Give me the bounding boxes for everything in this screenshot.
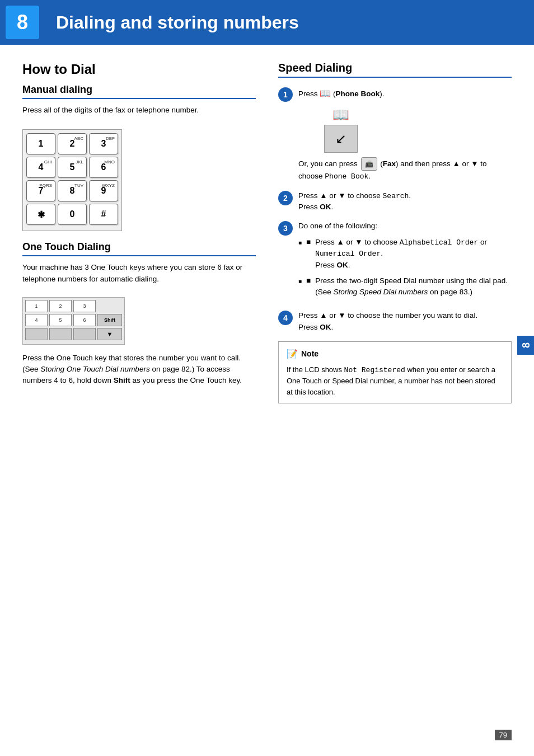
step-1-circle: 1 — [278, 87, 293, 102]
bullet-2-text: Press the two-digit Speed Dial number us… — [315, 275, 512, 298]
step-4: 4 Press ▲ or ▼ to choose the number you … — [278, 310, 512, 333]
one-touch-dialing-body2: Press the One Touch key that stores the … — [22, 353, 256, 387]
right-column: Speed Dialing 1 Press 📖 (Phone Book). 📖 … — [278, 62, 512, 403]
step-1-text: Press 📖 (Phone Book). — [298, 90, 385, 98]
note-label: Note — [301, 348, 318, 360]
bullet-2-icon: ■ — [306, 275, 311, 298]
step-3-circle: 3 — [278, 221, 293, 236]
ot-key-1[interactable]: 1 — [25, 300, 48, 312]
key-1[interactable]: 1 — [26, 133, 55, 154]
ot-arrow-key[interactable]: ▼ — [97, 328, 122, 340]
ot-btn-2[interactable] — [49, 328, 72, 340]
note-box: 📝 Note If the LCD shows Not Registered w… — [278, 341, 512, 404]
phonebook-icon: 📖 — [332, 105, 349, 125]
ot-key-6[interactable]: 6 — [73, 314, 96, 326]
step-4-content: Press ▲ or ▼ to choose the number you wa… — [298, 310, 477, 333]
page-number: 79 — [495, 730, 512, 739]
step-3: 3 Do one of the following: ■ Press ▲ or … — [278, 220, 512, 302]
step-2-circle: 2 — [278, 191, 293, 205]
side-tab: 8 — [517, 336, 534, 355]
ot-btn-1[interactable] — [25, 328, 48, 340]
key-2[interactable]: ABC2 — [58, 133, 87, 154]
note-title: 📝 Note — [287, 348, 503, 361]
speed-dialing-title: Speed Dialing — [278, 62, 512, 78]
key-7[interactable]: PQRS7 — [26, 180, 55, 201]
key-9[interactable]: WXYZ9 — [89, 180, 118, 201]
step-3-bullet-2: ■ Press the two-digit Speed Dial number … — [298, 275, 512, 298]
left-column: How to Dial Manual dialing Press all of … — [22, 62, 256, 403]
note-icon: 📝 — [287, 348, 298, 361]
ot-btn-3[interactable] — [73, 328, 96, 340]
bullet-1-icon: ■ — [306, 237, 311, 271]
step-2: 2 Press ▲ or ▼ to choose Search. Press O… — [278, 190, 512, 213]
key-3[interactable]: DEF3 — [89, 133, 118, 154]
chapter-number-box: 8 — [0, 0, 45, 45]
fax-button[interactable]: 📠 — [361, 157, 377, 171]
main-content: How to Dial Manual dialing Press all of … — [0, 62, 534, 403]
key-8[interactable]: TUV8 — [58, 180, 87, 201]
one-touch-panel: 1 2 3 4 5 6 Shift ▼ — [22, 297, 125, 345]
step-1-content: Press 📖 (Phone Book). 📖 ↙ Or, you can pr… — [298, 87, 512, 182]
keypad-row-3: PQRS7 TUV8 WXYZ9 — [26, 180, 118, 201]
step-1: 1 Press 📖 (Phone Book). 📖 ↙ Or, you can … — [278, 87, 512, 182]
ot-key-2[interactable]: 2 — [49, 300, 72, 312]
phonebook-arrow-box: ↙ — [324, 125, 358, 153]
ot-row-2: 4 5 6 Shift — [25, 314, 122, 326]
bullet-1-text: Press ▲ or ▼ to choose Alphabetical Orde… — [315, 237, 512, 271]
chapter-title: Dialing and storing numbers — [45, 12, 299, 33]
manual-dialing-title: Manual dialing — [22, 84, 256, 99]
ot-row-1: 1 2 3 — [25, 300, 122, 312]
keypad-row-2: GHI4 JKL5 MNO6 — [26, 157, 118, 178]
step-3-bullet-1: ■ Press ▲ or ▼ to choose Alphabetical Or… — [298, 237, 512, 271]
page-num-box: 79 — [495, 730, 512, 740]
page-header: 8 Dialing and storing numbers — [0, 0, 534, 45]
step-4-circle: 4 — [278, 311, 293, 325]
phonebook-icon-area: 📖 ↙ — [318, 105, 363, 153]
step-3-content: Do one of the following: ■ Press ▲ or ▼ … — [298, 220, 512, 302]
step-3-bullets: ■ Press ▲ or ▼ to choose Alphabetical Or… — [298, 237, 512, 298]
note-text: If the LCD shows Not Registered when you… — [287, 364, 503, 398]
manual-dialing-body: Press all of the digits of the fax or te… — [22, 105, 256, 116]
key-6[interactable]: MNO6 — [89, 157, 118, 178]
ot-key-5[interactable]: 5 — [49, 314, 72, 326]
key-hash[interactable]: # — [89, 204, 118, 225]
keypad-row-1: 1 ABC2 DEF3 — [26, 133, 118, 154]
ot-shift-key[interactable]: Shift — [97, 314, 122, 326]
one-touch-dialing-section: One Touch Dialing Your machine has 3 One… — [22, 241, 256, 386]
step-1-sub: Or, you can press 📠 (Fax) and then press… — [298, 157, 512, 182]
step-2-content: Press ▲ or ▼ to choose Search. Press OK. — [298, 190, 411, 213]
manual-dialing-section: Manual dialing Press all of the digits o… — [22, 84, 256, 241]
key-5[interactable]: JKL5 — [58, 157, 87, 178]
ot-row-3: ▼ — [25, 328, 122, 340]
keypad: 1 ABC2 DEF3 GHI4 JKL5 MNO6 PQRS7 TUV8 WX… — [22, 129, 122, 231]
one-touch-dialing-title: One Touch Dialing — [22, 241, 256, 256]
main-section-title: How to Dial — [22, 62, 256, 77]
one-touch-dialing-body1: Your machine has 3 One Touch keys where … — [22, 262, 256, 285]
keypad-row-4: ✱ 0 # — [26, 204, 118, 225]
key-star[interactable]: ✱ — [26, 204, 55, 225]
chapter-number: 8 — [6, 6, 39, 39]
ot-key-3[interactable]: 3 — [73, 300, 96, 312]
ot-key-4[interactable]: 4 — [25, 314, 48, 326]
key-0[interactable]: 0 — [58, 204, 87, 225]
key-4[interactable]: GHI4 — [26, 157, 55, 178]
